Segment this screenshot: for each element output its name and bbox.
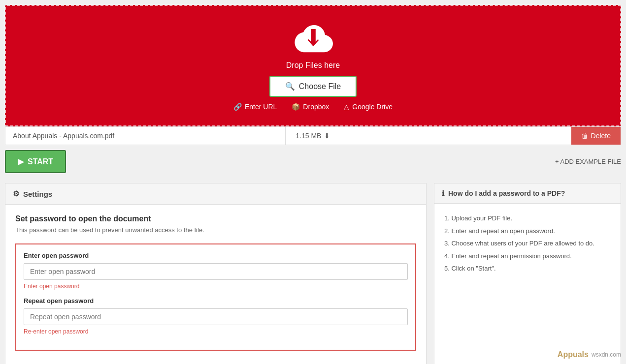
toolbar: ▶ START + ADD EXAMPLE FILE	[5, 145, 621, 178]
svg-rect-1	[311, 29, 316, 44]
help-step-4: 4. Enter and repeat an permission passwo…	[444, 251, 611, 261]
chevron-right-icon: ▶	[18, 157, 24, 166]
file-size: 1.15 MB ⬇	[286, 127, 571, 145]
settings-body: Set password to open the document This p…	[5, 205, 426, 364]
drop-zone[interactable]: Drop Files here 🔍 Choose File 🔗 Enter UR…	[5, 5, 621, 126]
link-options: 🔗 Enter URL 📦 Dropbox △ Google Drive	[233, 103, 393, 111]
help-step-3: 3. Choose what users of your PDF are all…	[444, 239, 611, 248]
file-name: About Appuals - Appuals.com.pdf	[5, 127, 286, 145]
help-step-1: 1. Upload your PDF file.	[444, 213, 611, 223]
settings-panel: ⚙ Settings Set password to open the docu…	[5, 183, 427, 364]
upload-cloud-icon	[294, 21, 333, 55]
download-icon: ⬇	[324, 132, 330, 140]
dropbox-link[interactable]: 📦 Dropbox	[292, 103, 329, 111]
info-icon: ℹ	[442, 189, 444, 197]
help-step-5: 5. Click on "Start".	[444, 264, 611, 273]
repeat-password-label: Repeat open password	[24, 297, 408, 304]
settings-header: ⚙ Settings	[5, 183, 426, 205]
enter-url-link[interactable]: 🔗 Enter URL	[233, 103, 277, 111]
password-highlight-box: Enter open password Enter open password …	[15, 243, 416, 351]
appuals-logo: Appuals	[558, 350, 589, 359]
drop-files-text: Drop Files here	[286, 61, 340, 70]
help-header: ℹ How do I add a password to a PDF?	[434, 183, 621, 204]
link-icon: 🔗	[233, 103, 242, 111]
delete-button[interactable]: 🗑 Delete	[571, 127, 621, 145]
watermark-url: wsxdn.com	[592, 351, 621, 358]
help-step-2: 2. Enter and repeat an open password.	[444, 226, 611, 236]
trash-icon: 🗑	[581, 132, 588, 140]
help-panel: ℹ How do I add a password to a PDF? 1. U…	[434, 183, 621, 364]
open-password-label: Enter open password	[24, 252, 408, 259]
watermark: Appuals wsxdn.com	[558, 350, 621, 359]
repeat-password-error: Re-enter open password	[24, 328, 408, 335]
add-example-link[interactable]: + ADD EXAMPLE FILE	[555, 158, 621, 165]
settings-gear-icon: ⚙	[13, 189, 19, 198]
choose-file-button[interactable]: 🔍 Choose File	[269, 76, 357, 97]
help-steps-list: 1. Upload your PDF file. 2. Enter and re…	[444, 213, 611, 273]
settings-section-title: Set password to open the document	[15, 214, 416, 223]
settings-section-desc: This password can be used to prevent unw…	[15, 226, 416, 234]
repeat-password-input[interactable]	[24, 308, 408, 325]
search-icon: 🔍	[285, 82, 295, 91]
help-body: 1. Upload your PDF file. 2. Enter and re…	[434, 204, 621, 286]
google-drive-link[interactable]: △ Google Drive	[344, 103, 393, 111]
file-info-bar: About Appuals - Appuals.com.pdf 1.15 MB …	[5, 126, 621, 145]
open-password-input[interactable]	[24, 263, 408, 280]
main-content: ⚙ Settings Set password to open the docu…	[5, 183, 621, 364]
start-button[interactable]: ▶ START	[5, 150, 66, 173]
google-drive-icon: △	[344, 103, 349, 111]
open-password-error: Enter open password	[24, 283, 408, 290]
dropbox-icon: 📦	[292, 103, 300, 111]
